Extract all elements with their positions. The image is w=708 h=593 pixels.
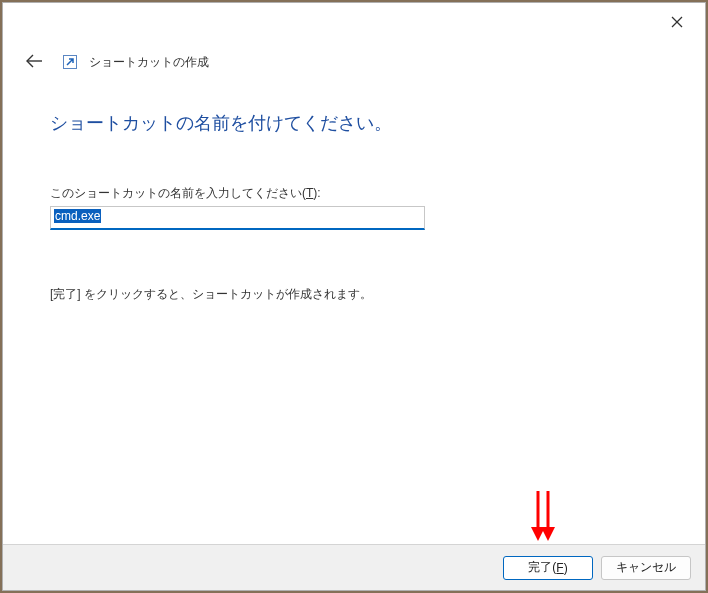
finish-label-pre: 完了(	[528, 559, 556, 576]
wizard-footer: 完了(F) キャンセル	[3, 544, 705, 590]
name-label-post: ):	[313, 186, 320, 200]
wizard-content: ショートカットの名前を付けてください。 このショートカットの名前を入力してくださ…	[50, 111, 658, 303]
svg-marker-6	[531, 527, 545, 541]
page-heading: ショートカットの名前を付けてください。	[50, 111, 658, 135]
wizard-header: ショートカットの作成	[21, 53, 209, 71]
wizard-window: ショートカットの作成 ショートカットの名前を付けてください。 このショートカット…	[2, 2, 706, 591]
finish-label-accelerator: F	[556, 561, 563, 575]
wizard-title: ショートカットの作成	[89, 54, 209, 71]
instruction-text: [完了] をクリックすると、ショートカットが作成されます。	[50, 286, 658, 303]
finish-label-post: )	[564, 561, 568, 575]
annotation-arrow-icon	[528, 489, 558, 546]
shortcut-name-input[interactable]: cmd.exe	[50, 206, 425, 230]
name-field-label: このショートカットの名前を入力してください(T):	[50, 185, 658, 202]
name-label-pre: このショートカットの名前を入力してください(	[50, 186, 306, 200]
finish-button[interactable]: 完了(F)	[503, 556, 593, 580]
back-arrow-icon	[25, 54, 43, 68]
shortcut-name-value: cmd.exe	[54, 209, 101, 223]
close-icon	[671, 16, 683, 28]
back-button[interactable]	[21, 53, 47, 71]
cancel-button[interactable]: キャンセル	[601, 556, 691, 580]
shortcut-icon	[63, 55, 77, 69]
svg-marker-7	[541, 527, 555, 541]
close-button[interactable]	[657, 7, 697, 37]
